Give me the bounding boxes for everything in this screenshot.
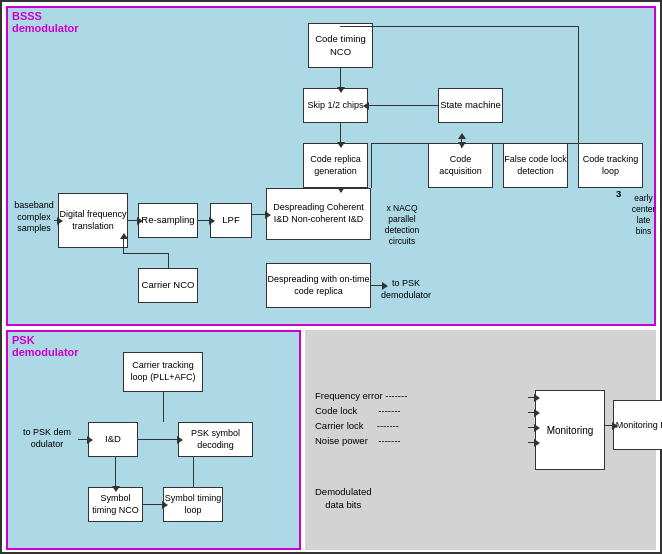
early-center-late-label: earlycenterlatebins bbox=[626, 193, 661, 237]
arrow-statemachine-left bbox=[368, 105, 438, 106]
arrow-resample-to-lpf bbox=[198, 220, 210, 221]
arrow-lpf-to-despread bbox=[252, 214, 266, 215]
carrier-nco-block: Carrier NCO bbox=[138, 268, 198, 303]
resampling-block: Re-sampling bbox=[138, 203, 198, 238]
baseband-label: basebandcomplexsamples bbox=[12, 200, 56, 235]
despread-ontime-block: Despreading with on-time code replica bbox=[266, 263, 371, 308]
monitoring-section: Frequency error ------- Code lock ------… bbox=[305, 330, 656, 550]
arrow-digital-to-resample bbox=[128, 220, 138, 221]
arrow-despread-ontime-to-psk bbox=[371, 285, 383, 286]
demodulated-label: Demodulateddata bits bbox=[315, 485, 372, 512]
skip-chips-block: Skip 1/2 chips bbox=[303, 88, 368, 123]
arrow-noisepower-to-monitoring bbox=[528, 442, 535, 443]
code-lock-label: Code lock ------- bbox=[315, 405, 401, 416]
num3-label: 3 bbox=[616, 188, 621, 199]
line-h-to-blocks bbox=[371, 143, 611, 144]
code-tracking-loop-block: Code tracking loop bbox=[578, 143, 643, 188]
arrow-freqerror-to-monitoring bbox=[528, 397, 535, 398]
psk-section: PSK demodulator Carrier tracking loop (P… bbox=[6, 330, 301, 550]
monitoring-box: Monitoring bbox=[535, 390, 605, 470]
main-diagram: BSSS demodulator Digital frequency trans… bbox=[0, 0, 662, 554]
to-psk-label: to PSKdemodulator bbox=[381, 278, 431, 301]
despreading-block: Despreading Coherent I&D Non-coherent I&… bbox=[266, 188, 371, 240]
bsss-section: BSSS demodulator Digital frequency trans… bbox=[6, 6, 656, 326]
carrier-tracking-block: Carrier tracking loop (PLL+AFC) bbox=[123, 352, 203, 392]
arrow-topsk-to-iad bbox=[78, 439, 88, 440]
arrow-baseband-to-digital bbox=[54, 220, 58, 221]
arrow-codetiming-to-skip bbox=[340, 68, 341, 88]
state-machine-block: State machine bbox=[438, 88, 503, 123]
arrow-monitoring-to-info bbox=[605, 425, 613, 426]
line-codetracking-top bbox=[340, 26, 578, 27]
arrow-iad-to-psksymbol bbox=[138, 439, 178, 440]
line-carriernco-h bbox=[123, 253, 168, 254]
code-replica-block: Code replica generation bbox=[303, 143, 368, 188]
carrier-lock-label: Carrier lock ------- bbox=[315, 420, 399, 431]
arrow-codelock-to-monitoring bbox=[528, 412, 535, 413]
line-despread-up bbox=[371, 143, 372, 188]
symbol-timing-loop-block: Symbol timing loop bbox=[163, 487, 223, 522]
false-code-lock-block: False code lock detection bbox=[503, 143, 568, 188]
monitoring-info-box: Monitoring Info bbox=[613, 400, 662, 450]
line-carriernco-up bbox=[168, 253, 169, 268]
code-timing-nco-block: Code timing NCO bbox=[308, 23, 373, 68]
iad-block: I&D bbox=[88, 422, 138, 457]
symbol-timing-nco-block: Symbol timing NCO bbox=[88, 487, 143, 522]
line-codetracking-right bbox=[578, 26, 579, 143]
arrow-stnco-to-stloop bbox=[143, 504, 163, 505]
psk-label: PSK demodulator bbox=[12, 334, 79, 358]
arrow-to-stnco bbox=[115, 482, 116, 487]
nacq-label: x NACQ parallel detection circuits bbox=[378, 203, 426, 247]
noise-power-label: Noise power ------- bbox=[315, 435, 401, 446]
code-acquisition-block: Code acquisition bbox=[428, 143, 493, 188]
arrow-carriernco-to-digital bbox=[123, 238, 124, 253]
arrow-skip-to-codereplica bbox=[340, 123, 341, 143]
to-psk-dem-label: to PSK dem odulator bbox=[12, 427, 82, 450]
bsss-label: BSSS demodulator bbox=[12, 10, 79, 34]
freq-error-label: Frequency error ------- bbox=[315, 390, 407, 401]
line-ct-down bbox=[163, 392, 164, 422]
digital-freq-block: Digital frequency translation bbox=[58, 193, 128, 248]
arrow-carrierlock-to-monitoring bbox=[528, 427, 535, 428]
psk-symbol-block: PSK symbol decoding bbox=[178, 422, 253, 457]
lpf-block: LPF bbox=[210, 203, 252, 238]
line-stloop-up bbox=[193, 457, 194, 487]
